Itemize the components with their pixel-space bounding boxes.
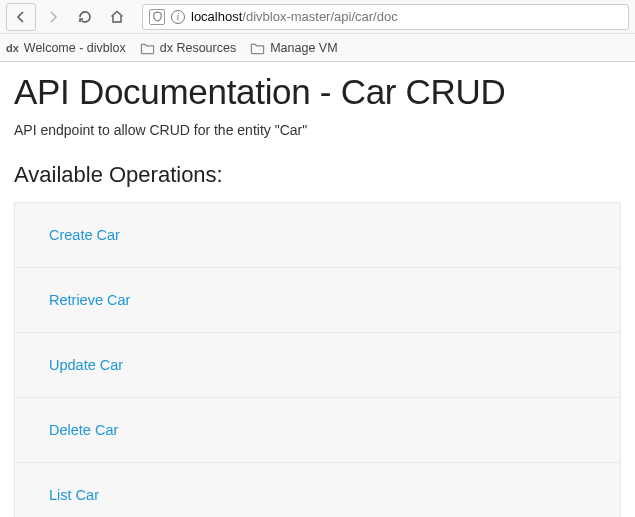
bookmark-manage-vm[interactable]: Manage VM <box>250 41 337 55</box>
folder-icon <box>140 42 155 54</box>
bookmark-label: Manage VM <box>270 41 337 55</box>
url-bar[interactable]: i localhost/divblox-master/api/car/doc <box>142 4 629 30</box>
page-subtitle: API endpoint to allow CRUD for the entit… <box>14 122 621 138</box>
operation-link-update[interactable]: Update Car <box>49 357 123 373</box>
operation-item[interactable]: Create Car <box>14 202 621 267</box>
home-button[interactable] <box>102 3 132 31</box>
operation-item[interactable]: List Car <box>14 462 621 517</box>
dx-icon: dx <box>6 42 19 54</box>
operation-item[interactable]: Retrieve Car <box>14 267 621 332</box>
operation-link-create[interactable]: Create Car <box>49 227 120 243</box>
shield-icon <box>149 9 165 25</box>
bookmark-welcome-divblox[interactable]: dx Welcome - divblox <box>6 41 126 55</box>
operation-link-retrieve[interactable]: Retrieve Car <box>49 292 130 308</box>
operation-item[interactable]: Update Car <box>14 332 621 397</box>
info-icon: i <box>171 10 185 24</box>
page-content: API Documentation - Car CRUD API endpoin… <box>0 62 635 517</box>
url-text: localhost/divblox-master/api/car/doc <box>191 9 398 24</box>
reload-button[interactable] <box>70 3 100 31</box>
folder-icon <box>250 42 265 54</box>
bookmark-dx-resources[interactable]: dx Resources <box>140 41 236 55</box>
operations-list: Create Car Retrieve Car Update Car Delet… <box>14 202 621 517</box>
page-title: API Documentation - Car CRUD <box>14 72 621 112</box>
url-path: /divblox-master/api/car/doc <box>242 9 397 24</box>
bookmark-label: Welcome - divblox <box>24 41 126 55</box>
bookmark-label: dx Resources <box>160 41 236 55</box>
url-host: localhost <box>191 9 242 24</box>
operation-link-list[interactable]: List Car <box>49 487 99 503</box>
forward-button[interactable] <box>38 3 68 31</box>
section-heading: Available Operations: <box>14 162 621 188</box>
operation-item[interactable]: Delete Car <box>14 397 621 462</box>
back-button[interactable] <box>6 3 36 31</box>
bookmarks-bar: dx Welcome - divblox dx Resources Manage… <box>0 34 635 62</box>
operation-link-delete[interactable]: Delete Car <box>49 422 118 438</box>
browser-toolbar: i localhost/divblox-master/api/car/doc <box>0 0 635 34</box>
